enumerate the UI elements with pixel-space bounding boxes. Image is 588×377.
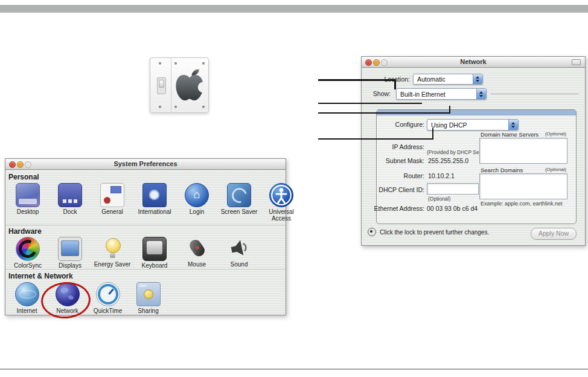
ethernet-address-value: 00 03 93 0b c6 d4 (427, 205, 478, 212)
prefpane-quicktime[interactable]: QuickTime (88, 282, 128, 314)
desktop-icon (16, 183, 40, 207)
window-title: Network (362, 58, 585, 65)
dhcp-client-id-label: DHCP Client ID: (369, 186, 424, 193)
configure-label: Configure: (382, 121, 424, 128)
internet-globe-icon (15, 282, 39, 306)
panel-divider (171, 58, 171, 112)
configure-popup[interactable]: Using DHCP (427, 119, 519, 130)
search-domains-header: Search Domains (Optional) (481, 167, 566, 173)
popup-arrows-icon (476, 89, 486, 99)
screw-icon (174, 106, 177, 108)
show-popup[interactable]: Built-in Ethernet (396, 88, 487, 100)
dock-icon (58, 183, 82, 207)
subnet-mask-value: 255.255.255.0 (428, 157, 468, 164)
energy-saver-icon (101, 237, 124, 260)
popup-arrows-icon (508, 120, 518, 130)
dhcp-client-id-field[interactable] (427, 183, 479, 195)
prefpane-login[interactable]: ⌂ Login (176, 183, 218, 222)
callout-line-configure-riser (432, 128, 433, 140)
light-switch-icon (157, 77, 166, 94)
prefpane-keyboard[interactable]: Keyboard (133, 237, 176, 269)
sound-icon (228, 237, 251, 260)
callout-line-pppoe (318, 112, 450, 114)
title-bar[interactable]: Network (362, 57, 585, 68)
show-label: Show: (370, 90, 391, 97)
sharing-icon (136, 282, 161, 306)
section-divider (5, 269, 286, 269)
prefpane-universal-access[interactable]: Universal Access (260, 183, 302, 222)
personal-icon-row: Desktop Dock General International ⌂ Log… (7, 183, 302, 222)
screw-icon (202, 62, 205, 65)
displays-icon (58, 237, 82, 261)
prefpane-mouse[interactable]: Mouse (176, 237, 218, 269)
page-top-bar (0, 5, 588, 13)
callout-line-pppoe-riser (449, 106, 450, 114)
prefpane-dock[interactable]: Dock (49, 183, 91, 222)
prefpane-sharing[interactable]: Sharing (128, 282, 168, 314)
callout-line-tcpip (318, 103, 422, 104)
search-domains-field[interactable] (479, 173, 567, 199)
collapse-widget[interactable] (572, 59, 581, 65)
callout-line-show (318, 79, 396, 81)
mouse-icon (185, 237, 208, 260)
prefpane-displays[interactable]: Displays (49, 237, 91, 269)
lock-text: Click the lock to prevent further change… (380, 229, 489, 236)
keyboard-icon (142, 237, 167, 261)
apply-now-button[interactable]: Apply Now (531, 228, 577, 240)
prefpane-screen-saver[interactable]: Screen Saver (218, 183, 260, 222)
section-header-internet-network: Internet & Network (8, 272, 73, 280)
prefpane-sound[interactable]: Sound (218, 237, 260, 269)
dns-header: Domain Name Servers (Optional) (481, 131, 566, 138)
location-popup[interactable]: Automatic (413, 74, 483, 85)
quicktime-icon (96, 282, 120, 306)
router-label: Router: (369, 172, 424, 179)
prefpane-colorsync[interactable]: ColorSync (7, 237, 49, 269)
login-icon: ⌂ (185, 183, 209, 207)
callout-line-show-drop (394, 79, 396, 89)
international-icon (142, 183, 167, 207)
colorsync-icon (16, 237, 40, 261)
example-text: Example: apple.com, earthlink.net (481, 201, 563, 207)
dhcp-client-id-note: (Optional) (428, 196, 450, 202)
lock-icon[interactable] (368, 228, 376, 236)
window-title: System Preferences (5, 160, 286, 167)
prefpane-international[interactable]: International (133, 183, 176, 222)
ethernet-address-label: Ethernet Address: (369, 205, 424, 212)
hardware-icon-row: ColorSync Displays Energy Saver Keyboard… (7, 237, 260, 269)
ip-address-label: IP Address: (369, 143, 424, 150)
section-header-hardware: Hardware (8, 227, 42, 236)
title-bar[interactable]: System Preferences (5, 159, 286, 170)
prefpane-desktop[interactable]: Desktop (7, 183, 49, 222)
apple-logo-icon (175, 68, 204, 102)
callout-line-configure (318, 138, 433, 140)
section-divider (5, 225, 286, 225)
section-header-personal: Personal (8, 173, 39, 181)
prefpane-general[interactable]: General (91, 183, 133, 222)
show-divider (491, 94, 579, 94)
page-bottom-rule (0, 369, 588, 370)
prefpane-energy-saver[interactable]: Energy Saver (91, 237, 133, 269)
screw-icon (174, 62, 177, 65)
popup-arrows-icon (473, 74, 482, 84)
manual-page: System Preferences Personal Desktop Dock… (0, 0, 588, 377)
screw-icon (202, 106, 205, 108)
universal-access-icon (269, 183, 293, 207)
router-value: 10.10.2.1 (428, 172, 455, 179)
dns-servers-field[interactable] (479, 138, 567, 164)
subnet-mask-label: Subnet Mask: (369, 157, 424, 164)
system-preferences-app-icon (150, 57, 209, 113)
screw-icon (159, 62, 161, 65)
screw-icon (159, 106, 161, 108)
screen-saver-icon (227, 183, 251, 207)
general-icon (100, 183, 124, 207)
